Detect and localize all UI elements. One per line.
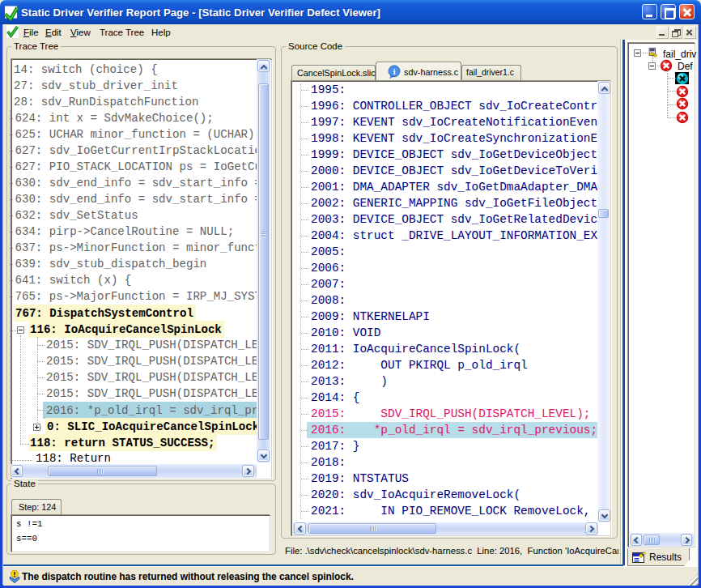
svg-text:i: i (393, 66, 395, 76)
